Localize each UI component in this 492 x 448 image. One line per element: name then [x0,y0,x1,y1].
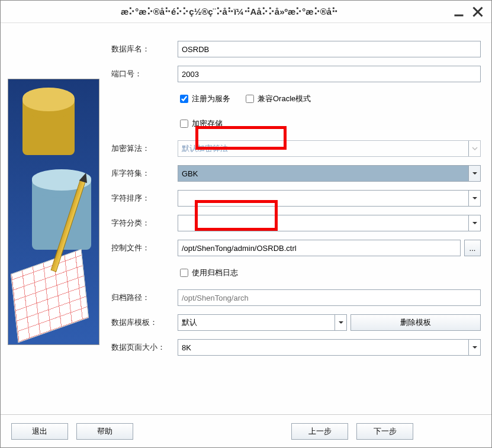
row-db-name: 数据库名： [109,41,481,57]
form: 数据库名： 端口号： 注册为服务 [109,37,484,410]
row-archive-path: 归档路径： [109,289,481,306]
row-db-template: 数据库模板： 默认 删除模板 [109,314,481,331]
label-ctrl-file: 控制文件： [109,243,175,253]
chevron-down-icon[interactable] [335,315,346,330]
titlebar: æ⠕°æ⠕®å⠓é⠕⠕ç½®ç¨⠕å⠓ï¼⠚Aå⠕⠕å»ºæ⠕°æ⠕®å⠓ [1,1,491,23]
chevron-down-icon[interactable] [468,191,480,206]
page-size-value: 8K [182,343,191,352]
label-page-size: 数据页面大小： [109,342,175,353]
row-use-archive: 使用归档日志 [109,265,481,281]
oracle-mode-checkbox-wrap[interactable]: 兼容Oracle模式 [243,94,311,104]
db-template-value: 默认 [182,317,197,328]
window: æ⠕°æ⠕®å⠓é⠕⠕ç½®ç¨⠕å⠓ï¼⠚Aå⠕⠕å»ºæ⠕°æ⠕®å⠓ 数据… [0,0,492,448]
charset-value: GBK [182,169,198,178]
char-class-combo[interactable] [178,215,481,231]
row-page-size: 数据页面大小： 8K [109,339,481,356]
archive-path-input [178,289,481,306]
footer: 退出 帮助 上一步 下一步 [1,414,491,447]
prev-button[interactable]: 上一步 [291,423,348,440]
db-name-input[interactable] [178,41,481,57]
label-collation: 字符排序： [109,193,175,204]
titlebar-buttons [454,7,487,17]
delete-template-button[interactable]: 删除模板 [350,314,481,331]
chevron-down-icon [468,141,480,156]
browse-button[interactable]: ... [464,240,481,256]
encrypt-algo-value: 默认加密算法 [182,143,228,154]
collation-combo[interactable] [178,190,481,207]
ctrl-file-input[interactable] [178,240,461,256]
encrypt-store-checkbox-wrap[interactable]: 加密存储 [178,118,223,129]
exit-button[interactable]: 退出 [11,423,68,440]
oracle-mode-label: 兼容Oracle模式 [258,94,311,104]
charset-combo[interactable]: GBK [178,165,481,182]
label-db-name: 数据库名： [109,44,175,54]
use-archive-label: 使用归档日志 [192,267,238,278]
port-input[interactable] [178,66,481,82]
reg-service-checkbox[interactable] [180,95,188,103]
encrypt-algo-combo: 默认加密算法 [178,140,481,157]
use-archive-checkbox-wrap[interactable]: 使用归档日志 [178,267,238,278]
help-button[interactable]: 帮助 [76,423,133,440]
label-encrypt-algo: 加密算法： [109,143,175,154]
db-template-combo[interactable]: 默认 [178,314,347,331]
use-archive-checkbox[interactable] [180,269,188,277]
decorative-image [8,79,99,345]
row-collation: 字符排序： [109,190,481,207]
label-archive-path: 归档路径： [109,292,175,303]
row-encrypt-algo: 加密算法： 默认加密算法 [109,140,481,157]
body: 数据库名： 端口号： 注册为服务 [1,23,491,414]
row-charset: 库字符集： GBK [109,165,481,182]
svg-rect-0 [455,14,464,16]
row-ctrl-file: 控制文件： ... [109,240,481,256]
row-encrypt-store: 加密存储 [109,115,481,132]
reg-service-label: 注册为服务 [192,94,230,104]
chevron-down-icon[interactable] [468,215,480,231]
window-title: æ⠕°æ⠕®å⠓é⠕⠕ç½®ç¨⠕å⠓ï¼⠚Aå⠕⠕å»ºæ⠕°æ⠕®å⠓ [5,7,454,17]
row-char-class: 字符分类： [109,215,481,231]
content: 数据库名： 端口号： 注册为服务 [1,23,491,447]
next-button[interactable]: 下一步 [356,423,413,440]
reg-service-checkbox-wrap[interactable]: 注册为服务 [178,94,230,104]
row-port: 端口号： [109,66,481,82]
label-charset: 库字符集： [109,168,175,179]
chevron-down-icon[interactable] [468,166,480,181]
label-char-class: 字符分类： [109,218,175,228]
chevron-down-icon[interactable] [468,340,480,355]
row-checkboxes-1: 注册为服务 兼容Oracle模式 [109,91,481,107]
label-db-template: 数据库模板： [109,317,175,328]
label-port: 端口号： [109,69,175,79]
page-size-combo[interactable]: 8K [178,339,481,356]
encrypt-store-label: 加密存储 [192,118,223,129]
oracle-mode-checkbox[interactable] [246,95,254,103]
minimize-button[interactable] [454,7,464,17]
encrypt-store-checkbox[interactable] [180,120,188,128]
close-button[interactable] [472,7,483,17]
